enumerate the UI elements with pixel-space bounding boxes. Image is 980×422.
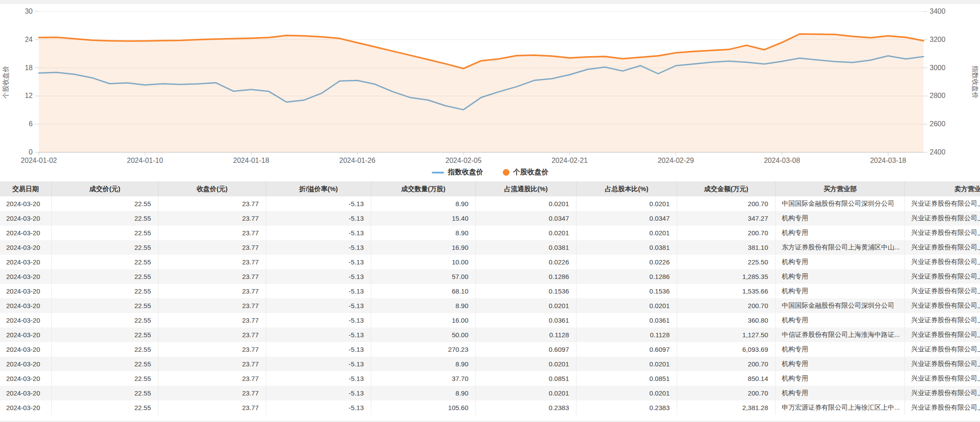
cell: -5.13 bbox=[266, 400, 371, 415]
cell: 中国国际金融股份有限公司深圳分公司 bbox=[776, 298, 905, 313]
cell: 347.27 bbox=[677, 211, 776, 226]
table-row[interactable]: 2024-03-2022.5523.77-5.1316.900.03810.03… bbox=[0, 240, 980, 255]
legend-item-指数收盘价[interactable]: 指数收盘价 bbox=[432, 168, 483, 177]
cell: 8.90 bbox=[371, 386, 476, 400]
table-row[interactable]: 2024-03-2022.5523.77-5.13270.230.60970.6… bbox=[0, 342, 980, 357]
column-header-6: 占流通股比(%) bbox=[476, 181, 577, 196]
right-axis-label: 3400 bbox=[930, 8, 946, 15]
table-row[interactable]: 2024-03-2022.5523.77-5.1310.000.02260.02… bbox=[0, 255, 980, 269]
cell: 23.77 bbox=[158, 371, 266, 386]
table-row[interactable]: 2024-03-2022.5523.77-5.1315.400.03470.03… bbox=[0, 211, 980, 226]
cell: 22.55 bbox=[52, 211, 158, 226]
chart-canvas[interactable]: 02400626001228001830002432003034002024-0… bbox=[0, 4, 980, 181]
right-axis-title: 指数收盘价 bbox=[972, 66, 979, 99]
table-body: 2024-03-2022.5523.77-5.138.900.02010.020… bbox=[0, 196, 980, 415]
table-row[interactable]: 2024-03-2022.5523.77-5.1316.000.03610.03… bbox=[0, 313, 980, 328]
cell: 50.00 bbox=[371, 328, 476, 342]
cell: 2024-03-20 bbox=[0, 386, 52, 400]
column-header-4: 折/溢价率(%) bbox=[266, 181, 371, 196]
cell: 200.70 bbox=[677, 196, 776, 211]
legend-item-个股收盘价[interactable]: 个股收盘价 bbox=[503, 168, 549, 177]
cell: 1,285.35 bbox=[677, 269, 776, 284]
cell: 270.23 bbox=[371, 342, 476, 357]
cell: 22.55 bbox=[52, 298, 158, 313]
price-chart[interactable]: 02400626001228001830002432003034002024-0… bbox=[0, 4, 980, 181]
cell: 22.55 bbox=[52, 269, 158, 284]
cell: 23.77 bbox=[158, 196, 266, 211]
left-axis-label: 30 bbox=[25, 8, 33, 15]
cell: 兴业证券股份有限公司上海临港新片区证... bbox=[905, 328, 980, 342]
cell: 2024-03-20 bbox=[0, 357, 52, 371]
cell: 兴业证券股份有限公司上海临港新片区证... bbox=[905, 211, 980, 226]
cell: -5.13 bbox=[266, 357, 371, 371]
cell: 1,127.50 bbox=[677, 328, 776, 342]
table-row[interactable]: 2024-03-2022.5523.77-5.138.900.02010.020… bbox=[0, 298, 980, 313]
cell: 兴业证券股份有限公司上海临港新片区证... bbox=[905, 255, 980, 269]
table-row[interactable]: 2024-03-2022.5523.77-5.138.900.02010.020… bbox=[0, 386, 980, 400]
cell: 机构专用 bbox=[776, 211, 905, 226]
cell: 申万宏源证券有限公司上海徐汇区上中... bbox=[776, 400, 905, 415]
cell: 2024-03-20 bbox=[0, 196, 52, 211]
left-axis-label: 0 bbox=[29, 148, 33, 156]
cell: 机构专用 bbox=[776, 371, 905, 386]
cell: 2024-03-20 bbox=[0, 255, 52, 269]
cell: 0.0201 bbox=[577, 386, 677, 400]
cell: 0.1286 bbox=[577, 269, 677, 284]
table-row[interactable]: 2024-03-2022.5523.77-5.138.900.02010.020… bbox=[0, 196, 980, 211]
cell: 22.55 bbox=[52, 226, 158, 240]
cell: 23.77 bbox=[158, 313, 266, 328]
cell: 68.10 bbox=[371, 284, 476, 298]
table-row[interactable]: 2024-03-2022.5523.77-5.138.900.02010.020… bbox=[0, 357, 980, 371]
x-axis-label: 2024-02-05 bbox=[445, 157, 482, 164]
table-row[interactable]: 2024-03-2022.5523.77-5.1337.700.08510.08… bbox=[0, 371, 980, 386]
cell: 22.55 bbox=[52, 386, 158, 400]
cell: 16.00 bbox=[371, 313, 476, 328]
left-axis-label: 12 bbox=[25, 92, 33, 99]
cell: 0.0381 bbox=[476, 240, 577, 255]
cell: 1,535.66 bbox=[677, 284, 776, 298]
cell: 23.77 bbox=[158, 357, 266, 371]
cell: 0.1536 bbox=[476, 284, 577, 298]
cell: -5.13 bbox=[266, 255, 371, 269]
cell: -5.13 bbox=[266, 226, 371, 240]
cell: 0.0201 bbox=[577, 357, 677, 371]
table-row[interactable]: 2024-03-2022.5523.77-5.1357.000.12860.12… bbox=[0, 269, 980, 284]
cell: 8.90 bbox=[371, 357, 476, 371]
cell: 2024-03-20 bbox=[0, 284, 52, 298]
table-row[interactable]: 2024-03-2022.5523.77-5.1350.000.11280.11… bbox=[0, 328, 980, 342]
x-axis-label: 2024-01-10 bbox=[127, 157, 163, 164]
column-header-5: 成交数量(万股) bbox=[371, 181, 476, 196]
cell: 机构专用 bbox=[776, 269, 905, 284]
cell: 8.90 bbox=[371, 196, 476, 211]
cell: 22.55 bbox=[52, 196, 158, 211]
page-top-strip bbox=[0, 0, 980, 4]
cell: 0.6097 bbox=[476, 342, 577, 357]
table-row[interactable]: 2024-03-2022.5523.77-5.13105.600.23830.2… bbox=[0, 400, 980, 415]
cell: 22.55 bbox=[52, 357, 158, 371]
cell: -5.13 bbox=[266, 386, 371, 400]
cell: 2024-03-20 bbox=[0, 298, 52, 313]
cell: 2024-03-20 bbox=[0, 313, 52, 328]
cell: 23.77 bbox=[158, 328, 266, 342]
cell: 2,381.28 bbox=[677, 400, 776, 415]
cell: 22.55 bbox=[52, 400, 158, 415]
cell: 850.14 bbox=[677, 371, 776, 386]
cell: 23.77 bbox=[158, 400, 266, 415]
cell: 兴业证券股份有限公司上海临港新片区证... bbox=[905, 269, 980, 284]
circle-marker-icon bbox=[503, 169, 509, 176]
cell: 机构专用 bbox=[776, 255, 905, 269]
cell: 0.0361 bbox=[476, 313, 577, 328]
line-marker-icon bbox=[432, 172, 444, 173]
cell: 37.70 bbox=[371, 371, 476, 386]
cell: 机构专用 bbox=[776, 342, 905, 357]
cell: 兴业证券股份有限公司上海临港新片区证... bbox=[905, 357, 980, 371]
table-row[interactable]: 2024-03-2022.5523.77-5.1368.100.15360.15… bbox=[0, 284, 980, 298]
cell: 6,093.69 bbox=[677, 342, 776, 357]
table-row[interactable]: 2024-03-2022.5523.77-5.138.900.02010.020… bbox=[0, 226, 980, 240]
cell: -5.13 bbox=[266, 240, 371, 255]
cell: 兴业证券股份有限公司上海临港新片区证... bbox=[905, 284, 980, 298]
cell: 0.0361 bbox=[577, 313, 677, 328]
right-axis-label: 2400 bbox=[930, 148, 946, 156]
cell: 15.40 bbox=[371, 211, 476, 226]
cell: 机构专用 bbox=[776, 284, 905, 298]
